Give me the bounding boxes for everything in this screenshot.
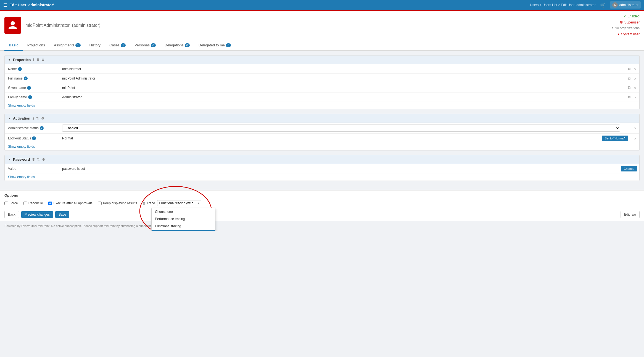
fullname-copy-btn[interactable]: ⧉ — [627, 75, 632, 81]
lockout-info-icon[interactable]: i — [32, 136, 36, 140]
main-content: ▼ Properties ℹ ⇅ ⚙ Name i administrator … — [0, 51, 644, 190]
keep-displaying-checkbox[interactable] — [98, 202, 102, 205]
user-header: midPoint Administrator (administrator) ✓… — [0, 11, 644, 40]
field-fullname: Full name i midPoint Administrator ⧉ ○ — [5, 74, 639, 83]
lockout-clear-btn[interactable]: ○ — [633, 136, 637, 141]
familyname-copy-btn[interactable]: ⧉ — [627, 94, 632, 100]
activation-section: ▼ Activation ℹ ⇅ ⚙ Administrative status… — [4, 114, 640, 150]
user-menu[interactable]: A administrator — [610, 1, 641, 9]
tab-delegations[interactable]: Delegations0 — [160, 40, 194, 51]
admin-status-clear-btn[interactable]: ○ — [633, 125, 637, 131]
password-sort-icon[interactable]: ⇅ — [37, 158, 40, 162]
user-avatar — [4, 17, 21, 34]
dropdown-item-func-model[interactable]: Functional tracing (with model logging) — [152, 230, 215, 231]
properties-sort-icon[interactable]: ⇅ — [36, 58, 39, 62]
field-admin-status: Administrative status i Enabled Disabled… — [5, 123, 639, 134]
password-collapse[interactable]: ▼ — [8, 158, 11, 161]
tab-history[interactable]: History — [85, 40, 105, 51]
user-display-name: midPoint Administrator (administrator) — [25, 23, 101, 28]
tab-bar: Basic Projections Assignments1 History C… — [0, 40, 644, 51]
avatar: A — [612, 2, 618, 8]
givenname-copy-btn[interactable]: ⧉ — [627, 85, 632, 91]
user-status-panel: ✓ Enabled ⛨ Superuser ✗ No organizations… — [611, 14, 640, 37]
givenname-clear-btn[interactable]: ○ — [633, 85, 637, 91]
field-givenname: Given name i midPoint ⧉ ○ — [5, 83, 639, 92]
breadcrumb: Users > Users List > Edit User: administ… — [530, 3, 595, 7]
properties-header: ▼ Properties ℹ ⇅ ⚙ — [5, 55, 639, 64]
activation-sort-icon[interactable]: ⇅ — [36, 117, 39, 120]
properties-settings-icon[interactable]: ⚙ — [41, 58, 44, 62]
trace-section: ⊕ Trace Choose one Performance tracing F… — [142, 200, 201, 206]
execute-after-checkbox[interactable] — [48, 202, 52, 205]
properties-section: ▼ Properties ℹ ⇅ ⚙ Name i administrator … — [4, 55, 640, 109]
options-area: Options Force Reconcile Execute after al… — [0, 190, 644, 208]
field-password-value: Value password is set Change — [5, 164, 639, 173]
preview-changes-button[interactable]: Preview changes — [21, 211, 53, 218]
back-button[interactable]: Back — [4, 211, 19, 218]
tab-basic[interactable]: Basic — [4, 40, 23, 51]
field-lockout-status: Lock-out Status i Normal Set to "Normal"… — [5, 134, 639, 143]
fullname-info-icon[interactable]: i — [24, 76, 28, 80]
status-superuser: ⛨ Superuser — [611, 20, 640, 26]
password-show-empty[interactable]: Show empty fields — [5, 173, 639, 181]
password-section: ▼ Password ✱ ⇅ ⚙ Value password is set C… — [4, 155, 640, 181]
tab-assignments[interactable]: Assignments1 — [49, 40, 85, 51]
field-familyname: Family name i Administrator ⧉ ○ — [5, 92, 639, 102]
page-title: Edit User 'administrator' — [9, 3, 54, 7]
activation-info-icon[interactable]: ℹ — [33, 117, 34, 120]
option-force: Force — [4, 201, 18, 205]
name-clear-btn[interactable]: ○ — [633, 66, 637, 72]
bottom-bar: Back Preview changes Save Edit raw — [0, 208, 644, 221]
status-no-org: ✗ No organizations — [611, 25, 640, 31]
force-label: Force — [9, 201, 18, 205]
activation-settings-icon[interactable]: ⚙ — [41, 117, 44, 120]
dropdown-item-choose-one[interactable]: Choose one — [152, 208, 215, 215]
field-name: Name i administrator ⧉ ○ — [5, 64, 639, 74]
status-enabled: ✓ Enabled — [611, 14, 640, 20]
activation-show-empty[interactable]: Show empty fields — [5, 143, 639, 150]
cart-icon[interactable]: 🛒 — [600, 2, 606, 8]
dropdown-menu: Choose one Performance tracing Functiona… — [151, 208, 215, 231]
activation-collapse[interactable]: ▼ — [8, 117, 11, 120]
tab-cases[interactable]: Cases1 — [105, 40, 130, 51]
familyname-info-icon[interactable]: i — [28, 95, 32, 99]
admin-status-select[interactable]: Enabled Disabled Archived — [62, 125, 620, 132]
reconcile-checkbox[interactable] — [23, 202, 27, 205]
admin-status-info-icon[interactable]: i — [40, 126, 44, 130]
edit-raw-button[interactable]: Edit raw — [621, 211, 640, 218]
tab-personas[interactable]: Personas0 — [130, 40, 160, 51]
force-checkbox[interactable] — [4, 202, 8, 205]
save-button[interactable]: Save — [55, 211, 69, 218]
option-keep-displaying: Keep displaying results — [98, 201, 137, 205]
username-label: administrator — [619, 3, 638, 7]
password-settings-icon[interactable]: ⚙ — [42, 158, 45, 162]
reconcile-label: Reconcile — [28, 201, 43, 205]
tab-projections[interactable]: Projections — [23, 40, 49, 51]
navbar: ☰ Edit User 'administrator' Users > User… — [0, 0, 644, 10]
properties-info-icon[interactable]: ℹ — [33, 58, 34, 62]
dropdown-item-perf[interactable]: Performance tracing — [152, 215, 215, 223]
familyname-clear-btn[interactable]: ○ — [633, 94, 637, 100]
keep-displaying-label: Keep displaying results — [103, 201, 137, 205]
properties-collapse[interactable]: ▼ — [8, 58, 11, 61]
tab-delegated-to-me[interactable]: Delegated to me0 — [194, 40, 236, 51]
properties-show-empty[interactable]: Show empty fields — [5, 102, 639, 109]
options-row: Force Reconcile Execute after all approv… — [4, 200, 640, 206]
options-title: Options — [4, 193, 640, 197]
dropdown-item-func[interactable]: Functional tracing — [152, 223, 215, 230]
set-normal-button[interactable]: Set to "Normal" — [602, 136, 628, 141]
change-password-button[interactable]: Change — [621, 166, 637, 171]
footer: Powered by Evolveum® midPoint. No active… — [0, 221, 644, 231]
option-reconcile: Reconcile — [23, 201, 43, 205]
hamburger-menu[interactable]: ☰ — [3, 2, 7, 8]
password-asterisk-icon[interactable]: ✱ — [32, 158, 35, 162]
name-copy-btn[interactable]: ⧉ — [627, 66, 632, 72]
status-system-user: ▲ System user — [611, 31, 640, 38]
trace-label: ⊕ Trace — [142, 201, 155, 205]
activation-header: ▼ Activation ℹ ⇅ ⚙ — [5, 114, 639, 123]
fullname-clear-btn[interactable]: ○ — [633, 75, 637, 81]
trace-select[interactable]: Choose one Performance tracing Functiona… — [157, 200, 201, 206]
option-execute-after: Execute after all approvals — [48, 201, 92, 205]
givenname-info-icon[interactable]: i — [27, 86, 31, 90]
name-info-icon[interactable]: i — [18, 67, 22, 71]
